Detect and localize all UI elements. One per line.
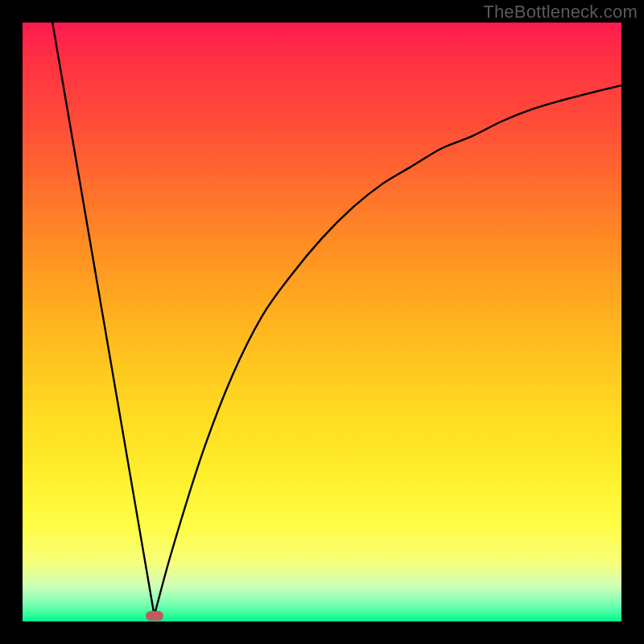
bottleneck-curve xyxy=(52,23,621,616)
optimum-marker xyxy=(146,611,163,621)
chart-frame: TheBottleneck.com xyxy=(0,0,644,644)
curve-layer xyxy=(23,23,621,621)
watermark-text: TheBottleneck.com xyxy=(483,2,638,23)
plot-area xyxy=(23,23,621,621)
